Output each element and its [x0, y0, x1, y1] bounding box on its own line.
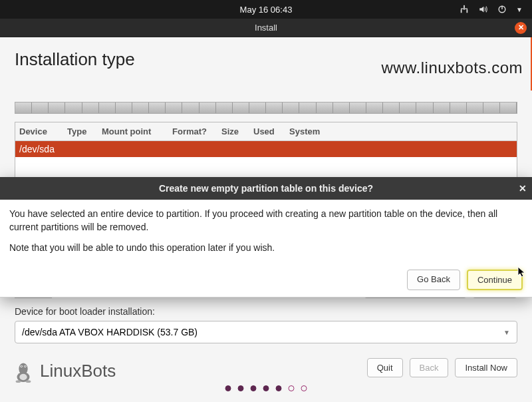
col-device: Device: [19, 126, 58, 136]
svg-point-10: [25, 366, 26, 367]
svg-rect-1: [461, 10, 462, 13]
col-size: Size: [221, 126, 244, 136]
continue-button[interactable]: Continue: [467, 270, 523, 290]
progress-dots: [225, 385, 307, 391]
window-title: Install: [255, 23, 277, 33]
install-now-button[interactable]: Install Now: [455, 358, 517, 377]
dialog-close-button[interactable]: ✕: [519, 183, 527, 194]
bootloader-value: /dev/sda ATA VBOX HARDDISK (53.7 GB): [22, 327, 198, 337]
col-system: System: [289, 126, 320, 136]
back-button[interactable]: Back: [410, 358, 449, 377]
power-icon[interactable]: [497, 5, 507, 14]
svg-rect-0: [464, 5, 465, 8]
volume-icon[interactable]: [478, 5, 488, 14]
partition-visualizer: [15, 102, 517, 114]
step-dot: [276, 385, 282, 391]
window-titlebar: Install ✕: [0, 19, 532, 37]
svg-rect-2: [467, 10, 468, 13]
network-icon[interactable]: [460, 5, 469, 14]
dialog-text-2: Note that you will be able to undo this …: [9, 242, 523, 255]
svg-point-11: [19, 374, 27, 381]
logo-text: LinuxBots: [40, 361, 116, 381]
table-header: Device Type Mount point Format? Size Use…: [15, 122, 517, 141]
dialog-text-1: You have selected an entire device to pa…: [9, 208, 523, 234]
confirm-dialog: Create new empty partition table on this…: [0, 177, 532, 298]
dialog-titlebar: Create new empty partition table on this…: [0, 177, 532, 200]
step-dot: [238, 385, 244, 391]
svg-point-13: [26, 380, 31, 383]
chevron-down-icon: ▼: [503, 329, 510, 336]
go-back-button[interactable]: Go Back: [407, 270, 460, 290]
bootloader-label: Device for boot loader installation:: [15, 306, 517, 317]
step-dot: [263, 385, 269, 391]
watermark-url: www.linuxbots.com: [381, 59, 523, 77]
system-topbar: May 16 06:43 ▼: [0, 0, 532, 19]
table-row-selected[interactable]: /dev/sda: [15, 141, 517, 157]
step-dot: [251, 385, 257, 391]
quit-button[interactable]: Quit: [367, 358, 403, 377]
window-close-button[interactable]: ✕: [515, 22, 527, 34]
partition-table: Device Type Mount point Format? Size Use…: [15, 122, 517, 186]
col-mount: Mount point: [102, 126, 163, 136]
chevron-down-icon[interactable]: ▼: [516, 6, 523, 13]
penguin-icon: [11, 358, 36, 383]
device-cell: /dev/sda: [19, 144, 55, 154]
clock: May 16 06:43: [240, 5, 293, 15]
system-tray: ▼: [460, 5, 523, 14]
col-type: Type: [67, 126, 92, 136]
step-dot: [289, 385, 295, 391]
dialog-title: Create new empty partition table on this…: [159, 183, 373, 194]
dialog-body: You have selected an entire device to pa…: [0, 200, 532, 270]
cursor-icon: [517, 266, 527, 278]
linuxbots-logo: LinuxBots: [11, 358, 116, 383]
svg-point-6: [19, 363, 27, 375]
step-dot: [225, 385, 231, 391]
col-format: Format?: [172, 126, 212, 136]
col-used: Used: [253, 126, 280, 136]
svg-point-12: [16, 380, 21, 383]
dialog-buttons: Go Back Continue: [0, 270, 532, 297]
svg-point-9: [21, 366, 22, 367]
bootloader-dropdown[interactable]: /dev/sda ATA VBOX HARDDISK (53.7 GB) ▼: [15, 321, 517, 343]
step-dot: [301, 385, 307, 391]
